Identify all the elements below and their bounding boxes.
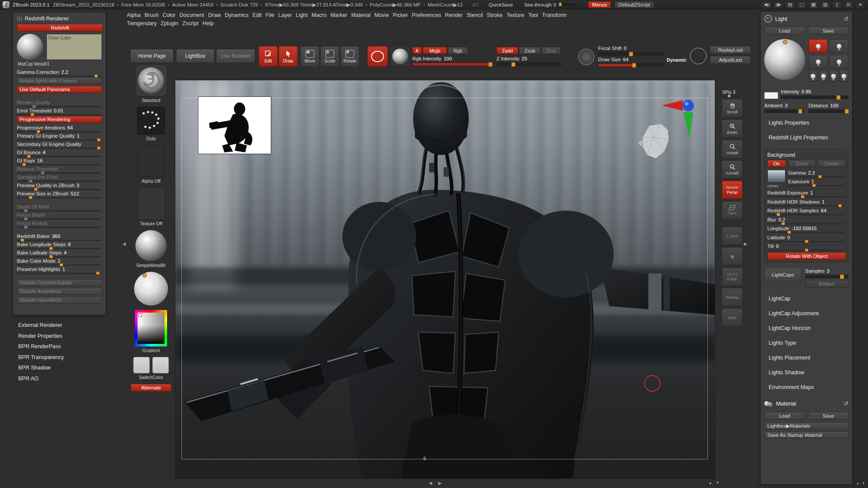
polyframe-button[interactable]: Lite-Fill PolyF <box>722 267 743 286</box>
panel-row[interactable]: Retrace Threshold <box>17 166 102 172</box>
color-picker-gradient[interactable] <box>138 313 164 344</box>
secondary-color-swatch[interactable] <box>152 357 169 373</box>
zsub-button[interactable]: Zsub <box>519 47 541 54</box>
menu-item[interactable]: Light <box>296 11 308 20</box>
section-header[interactable]: LightCap <box>764 296 848 301</box>
slider-handle[interactable] <box>836 95 841 100</box>
transp-button[interactable]: Transp <box>722 288 743 306</box>
home-page-button[interactable]: Home Page <box>130 49 174 63</box>
paint-mrgb-button[interactable]: Mrgb <box>423 47 447 54</box>
light-bulb-button[interactable] <box>829 39 848 53</box>
scroll-up-icon[interactable]: ▲ <box>856 481 860 485</box>
light-bulb-button-small[interactable] <box>839 70 848 82</box>
slider-row[interactable]: Longitude-192.55815 <box>767 225 845 232</box>
refresh-icon[interactable]: ↺ <box>844 400 848 407</box>
menu-item[interactable]: Material <box>351 11 370 20</box>
zcut-button[interactable]: Zcut <box>542 47 561 54</box>
samples-slider[interactable]: Samples3 <box>805 268 848 278</box>
panel-row[interactable]: Bake Longitude Steps8 <box>17 241 102 248</box>
section-header[interactable]: LightCap Adjustment <box>764 310 848 316</box>
slider-handle[interactable] <box>24 226 27 228</box>
slider-track[interactable] <box>781 96 848 99</box>
see-through-track[interactable] <box>559 3 577 6</box>
panel-row[interactable]: Progressive Iterations64 <box>17 125 102 131</box>
lightbox-materials-button[interactable]: Lightbox▶Materials <box>764 422 848 429</box>
menu-item[interactable]: Stroke <box>487 11 503 20</box>
menu-item[interactable]: Preferences <box>412 11 441 20</box>
floor-color-swatch[interactable]: Floor Color <box>46 34 102 60</box>
menu-item[interactable]: Alpha <box>127 11 141 20</box>
panel-row[interactable]: Bake Color Mode2 <box>17 258 102 264</box>
scroll-down-arrow-icon[interactable]: ▼ <box>716 481 720 485</box>
menu-item[interactable]: Transform <box>542 11 567 20</box>
panel-row[interactable]: Secondary GI Engine Quality <box>17 141 102 148</box>
live-boolean-button[interactable]: Live Boolean <box>216 49 255 63</box>
paint-rgb-button[interactable]: Rgb <box>448 47 468 54</box>
spix-slider[interactable]: SPix 3 <box>722 89 742 97</box>
material-load-button[interactable]: Load <box>764 412 805 420</box>
section-header[interactable]: Lights Placement <box>764 355 848 360</box>
grid-icon[interactable]: ▦ <box>809 1 819 9</box>
scroll-up-arrow-icon[interactable]: ▲ <box>708 481 712 485</box>
slider-handle[interactable] <box>845 109 849 114</box>
menu-item[interactable]: Render <box>445 11 463 20</box>
rgb-intensity-slider[interactable]: Rgb Intensity100 <box>412 56 493 66</box>
scroll-down-icon[interactable]: ▼ <box>861 481 865 485</box>
slider-row[interactable]: Redshift HDR Shadows1 <box>767 199 845 205</box>
slider-handle[interactable] <box>819 175 822 178</box>
monitor-icon[interactable]: ▢ <box>797 1 807 9</box>
slider-track[interactable] <box>805 275 848 278</box>
move-button[interactable]: M Move <box>300 46 319 67</box>
section-header[interactable]: Environment Maps <box>764 384 848 390</box>
document-canvas[interactable]: 0 <box>175 80 715 479</box>
scroll-button[interactable]: Scroll <box>722 99 743 117</box>
section-header[interactable]: LightCap Horizon <box>764 325 848 331</box>
brush-preview-icon[interactable] <box>690 48 707 64</box>
dynamic-label[interactable]: Dynamic <box>667 57 687 63</box>
slider-handle[interactable] <box>488 62 493 67</box>
background-on-button[interactable]: On <box>767 160 786 167</box>
light-bulb-button-small[interactable] <box>819 70 828 82</box>
menu-item[interactable]: Zplugin <box>161 20 178 28</box>
solo-button[interactable]: Solo <box>722 308 743 326</box>
color-picker[interactable] <box>135 310 167 346</box>
slider-track[interactable] <box>496 63 562 66</box>
menu-item[interactable]: Dynamics <box>225 11 249 20</box>
slider-track[interactable] <box>412 63 493 66</box>
draw-size-slider[interactable]: Draw Size64 <box>598 56 663 67</box>
tablet-icon[interactable]: ▤ <box>785 1 795 9</box>
menu-item[interactable]: Tool <box>528 11 538 20</box>
slider-track[interactable] <box>598 63 663 67</box>
save-startup-material-button[interactable]: Save As Startup Material <box>764 432 848 439</box>
menu-item[interactable]: Color <box>163 11 176 20</box>
slider-handle[interactable] <box>798 109 802 114</box>
distance-slider[interactable]: Distance100 <box>809 102 848 113</box>
close-icon[interactable]: × <box>855 1 865 9</box>
background-zoom-button[interactable]: Zoom <box>788 160 816 167</box>
panel-row[interactable]: Preserve Highlights1 <box>17 266 102 273</box>
reflect-button[interactable]: Reflect <box>805 280 848 288</box>
menu-item[interactable]: Texture <box>506 11 524 20</box>
menu-item[interactable]: Draw <box>208 11 221 20</box>
slider-track[interactable] <box>764 109 804 113</box>
menu-item[interactable]: Movie <box>375 11 389 20</box>
panel-row[interactable]: Preview Quality in ZBrush3 <box>17 182 102 189</box>
notes-icon[interactable]: ▧ <box>820 1 830 9</box>
edit-button[interactable]: Edit <box>259 46 278 67</box>
uv-grid-button[interactable]: ▦ <box>722 247 743 265</box>
paint-a-button[interactable]: A <box>412 47 422 54</box>
slider-handle[interactable] <box>838 204 842 207</box>
scroll-right-arrow-icon[interactable]: ▶ <box>438 481 442 485</box>
scroll-right-icon[interactable]: ||||▶ <box>773 1 783 9</box>
panel-row[interactable]: GI Bounce4 <box>17 149 102 156</box>
spix-track[interactable] <box>722 96 742 97</box>
slider-handle[interactable] <box>805 240 808 243</box>
menu-item[interactable]: Stencil <box>467 11 483 20</box>
actual-button[interactable]: Actual <box>722 140 743 158</box>
slider-handle[interactable] <box>632 63 636 68</box>
light-bulb-button[interactable] <box>829 55 848 69</box>
menu-item[interactable]: Marker <box>330 11 347 20</box>
slider-row[interactable]: Tilt0 <box>767 243 845 250</box>
panel-row[interactable]: Disable DynamicSubdiv <box>17 279 102 286</box>
current-tool-button[interactable] <box>390 46 411 67</box>
